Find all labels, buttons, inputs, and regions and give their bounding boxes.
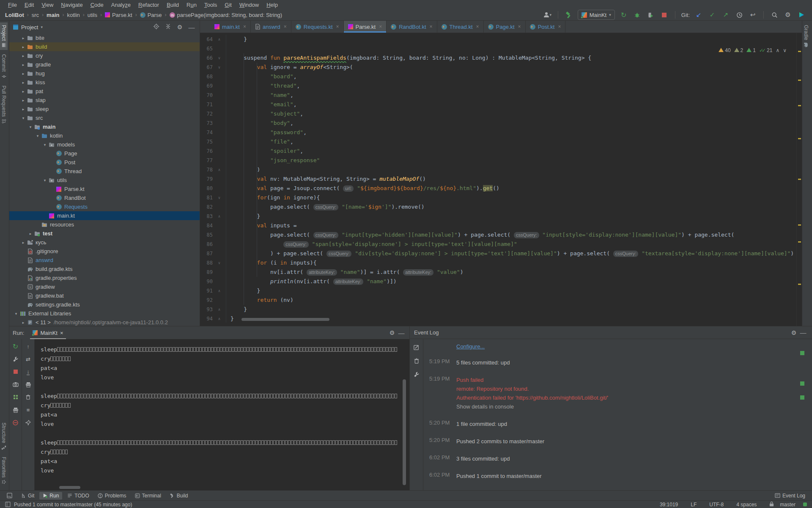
tree-item-gradle.properties[interactable]: gradle.properties <box>9 273 200 282</box>
close-icon[interactable]: × <box>558 24 561 30</box>
build-hammer-icon[interactable] <box>564 10 573 19</box>
status-message[interactable]: Pushed 1 commit to master/master (45 min… <box>14 502 132 508</box>
tree-item--[interactable]: ▸кусь <box>9 238 200 247</box>
tree-item-pat[interactable]: ▸pat <box>9 87 200 96</box>
tree-item-kotlin[interactable]: ▾kotlin <box>9 131 200 140</box>
chevron-right-icon[interactable]: ▸ <box>27 232 34 236</box>
breadcrumb-item[interactable]: Parse.kt <box>105 12 132 18</box>
run-tab-mainkt[interactable]: MainKt × <box>28 327 67 339</box>
code-line-93[interactable]: 93∧} <box>200 305 802 314</box>
tree-item-test[interactable]: ▸test <box>9 229 200 238</box>
chevron-down-icon[interactable]: ▾ <box>13 312 19 316</box>
editor-tab-RandBot.kt[interactable]: RandBot.kt× <box>387 21 437 33</box>
chevron-down-icon[interactable]: ▾ <box>27 125 34 129</box>
layout-list-icon[interactable]: ≡ <box>25 406 32 414</box>
tree-item-build.gradle.kts[interactable]: build.gradle.kts <box>9 265 200 273</box>
code-line-69[interactable]: 69"thread", <box>200 81 802 91</box>
tree-item-hug[interactable]: ▸hug <box>9 69 200 78</box>
menu-view[interactable]: View <box>38 2 57 8</box>
menu-refactor[interactable]: Refactor <box>134 2 163 8</box>
tree-item-utils[interactable]: ▾utils <box>9 176 200 185</box>
close-icon[interactable]: × <box>430 24 433 30</box>
chevron-right-icon[interactable]: ▸ <box>20 45 27 49</box>
fold-marker-icon[interactable]: ∨ <box>213 258 226 268</box>
chevron-down-icon[interactable]: ▾ <box>41 25 43 29</box>
fold-marker-icon[interactable]: ∧ <box>213 165 226 174</box>
chevron-down-icon[interactable]: ▾ <box>34 134 41 138</box>
tree-item-External-Libraries[interactable]: ▾External Libraries <box>9 309 200 318</box>
breadcrumb-item[interactable]: mparsePage(imgboard: String, board: Stri… <box>170 12 283 18</box>
stripe-button-gradle[interactable]: Gradle <box>802 22 810 50</box>
warning-stripe-mark[interactable] <box>798 138 801 139</box>
tool-window-switcher-icon[interactable] <box>3 492 16 499</box>
menu-help[interactable]: Help <box>263 2 282 8</box>
collapse-all-icon[interactable] <box>163 23 173 31</box>
code-line-90[interactable]: 90println(nv[i.attr( attributeKey: "name… <box>200 277 802 286</box>
edit-configuration-wrench-icon[interactable] <box>12 355 19 363</box>
tree-item-.gitignore[interactable]: .gitignore <box>9 247 200 256</box>
git-history-icon[interactable] <box>735 10 744 19</box>
chevron-right-icon[interactable]: ▸ <box>20 36 27 40</box>
hide-run-panel-icon[interactable]: — <box>397 329 406 337</box>
hide-panel-icon[interactable]: — <box>187 24 196 31</box>
editor-tab-Page.kt[interactable]: Page.kt× <box>484 21 526 33</box>
tree-item-gradle[interactable]: ▸gradle <box>9 60 200 69</box>
rerun-button[interactable]: ↻ <box>619 10 628 19</box>
code-line-74[interactable]: 74"password", <box>200 128 802 137</box>
wrench-icon[interactable] <box>413 370 420 378</box>
menu-file[interactable]: File <box>4 2 21 8</box>
breadcrumb[interactable]: LoliBot›src›main›kotlin›utils›Parse.kt›P… <box>0 12 543 18</box>
menu-navigate[interactable]: Navigate <box>57 2 86 8</box>
menu-window[interactable]: Window <box>236 2 263 8</box>
tree-item-answrd[interactable]: answrd <box>9 256 200 265</box>
stripe-button-project[interactable]: Project <box>0 22 8 50</box>
configure-link[interactable]: Configure... <box>456 343 485 350</box>
menu-code[interactable]: Code <box>87 2 107 8</box>
code-line-88[interactable]: 88∨for (i in inputs){ <box>200 258 802 268</box>
event-log-entry[interactable]: 5:19 PM5 files committed: upd <box>429 358 806 367</box>
debug-button[interactable] <box>633 10 642 19</box>
warning-stripe-mark[interactable] <box>798 105 801 106</box>
warning-stripe-mark[interactable] <box>798 224 801 226</box>
tab-event-log[interactable]: Event Log <box>771 492 809 500</box>
warning-stripe-mark[interactable] <box>798 284 801 285</box>
tree-item-RandBot[interactable]: RandBot <box>9 193 200 202</box>
close-icon[interactable]: × <box>336 24 339 30</box>
menu-run[interactable]: Run <box>183 2 200 8</box>
caret-position[interactable]: 39:1019 <box>660 502 678 508</box>
code-line-73[interactable]: 73"body", <box>200 119 802 128</box>
editor-tab-Post.kt[interactable]: Post.kt× <box>526 21 566 33</box>
git-rollback-icon[interactable]: ↩ <box>748 10 757 19</box>
event-log-entry[interactable]: 5:20 PM1 file committed: upd <box>429 420 806 428</box>
fold-marker-icon[interactable]: ∧ <box>213 314 226 323</box>
code-line-86[interactable]: 86cssQuery: "span[style='display:none'] … <box>200 240 802 249</box>
up-stack-trace-icon[interactable]: ↑ <box>25 342 32 350</box>
git-commit-icon[interactable]: ✓ <box>708 10 717 19</box>
breadcrumb-item[interactable]: utils <box>88 12 97 18</box>
fold-marker-icon[interactable]: ∨ <box>213 63 226 72</box>
code-line-68[interactable]: 68"board", <box>200 72 802 81</box>
chevron-right-icon[interactable]: ▸ <box>20 89 27 94</box>
tree-item-bite[interactable]: ▸bite <box>9 33 200 42</box>
event-log-entry[interactable]: 5:19 PMPush failedremote: Repository not… <box>429 375 806 411</box>
fold-marker-icon[interactable]: ∧ <box>213 305 226 314</box>
warning-stripe-mark[interactable] <box>798 51 801 52</box>
code-line-67[interactable]: 67∨val ignore = arrayOf<String>( <box>200 63 802 72</box>
compose-icon[interactable] <box>413 343 420 351</box>
code-line-76[interactable]: 76"spoiler", <box>200 146 802 156</box>
notification-dot[interactable] <box>803 502 807 506</box>
chevron-down-icon[interactable]: ▾ <box>41 143 48 147</box>
event-log-list[interactable]: Configure...5:19 PM5 files committed: up… <box>423 339 812 491</box>
breadcrumb-item[interactable]: LoliBot <box>5 12 24 18</box>
event-log-entry[interactable]: 6:02 PM3 files committed: upd <box>429 454 806 463</box>
menu-analyze[interactable]: Analyze <box>107 2 134 8</box>
run-with-coverage-button[interactable] <box>646 10 656 19</box>
tree-item-resources[interactable]: resources <box>9 220 200 229</box>
close-icon[interactable]: × <box>60 330 63 336</box>
chevron-right-icon[interactable]: ▸ <box>20 320 27 325</box>
file-encoding[interactable]: UTF-8 <box>709 502 724 508</box>
stripe-button-commit[interactable]: Commit <box>0 52 8 81</box>
locate-file-icon[interactable] <box>151 23 161 31</box>
tree-item-sleep[interactable]: ▸sleep <box>9 105 200 113</box>
tree-item-models[interactable]: ▾models <box>9 140 200 149</box>
